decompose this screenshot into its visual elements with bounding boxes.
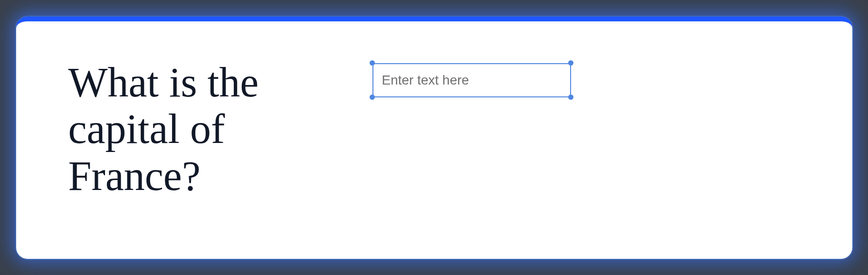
text-input-selection-box[interactable] [372,63,571,97]
question-text: What is the capital of France? [68,59,353,200]
answer-input[interactable] [372,63,571,97]
resize-handle-bottom-left-icon[interactable] [370,95,375,100]
resize-handle-top-right-icon[interactable] [568,60,573,66]
question-column: What is the capital of France? [68,59,372,200]
resize-handle-bottom-right-icon[interactable] [568,95,573,100]
answer-column [372,59,810,97]
question-card: What is the capital of France? [16,17,852,259]
resize-handle-top-left-icon[interactable] [370,60,375,66]
